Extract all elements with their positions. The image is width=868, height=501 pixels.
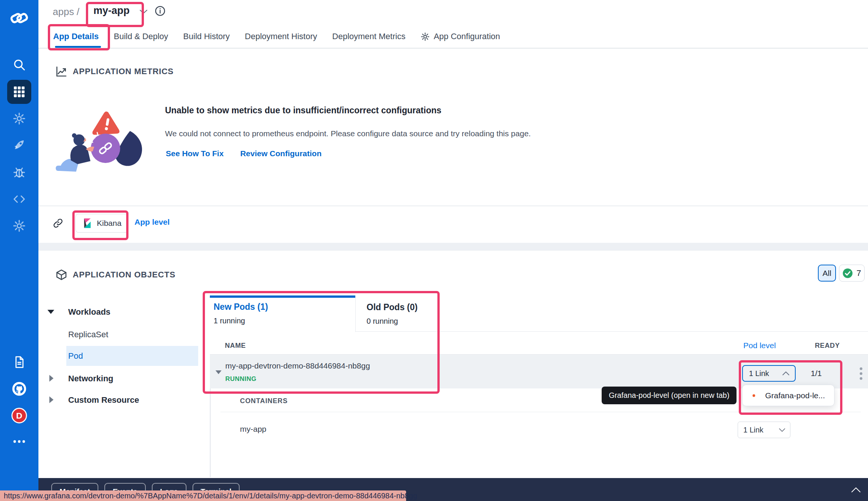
tab-label: Deployment Metrics bbox=[332, 32, 405, 41]
chevron-down-icon bbox=[779, 428, 785, 432]
tab-app-configuration[interactable]: App Configuration bbox=[420, 32, 500, 41]
column-header-ready: READY bbox=[815, 342, 840, 350]
cube-icon bbox=[55, 269, 67, 281]
tree-item-workloads[interactable]: Workloads bbox=[68, 307, 110, 317]
column-header-name: NAME bbox=[225, 342, 246, 350]
containers-divider bbox=[220, 412, 861, 412]
workloads-expander-icon[interactable] bbox=[47, 310, 54, 314]
app-info-icon[interactable] bbox=[154, 5, 166, 17]
app-level-link[interactable]: App level bbox=[134, 218, 170, 227]
metrics-error-title: Unable to show metrics due to insufficie… bbox=[165, 105, 442, 116]
new-pods-sub: 1 running bbox=[214, 317, 245, 325]
application-metrics-header: APPLICATION METRICS bbox=[55, 65, 174, 78]
metrics-error-illustration bbox=[53, 108, 148, 173]
tab-label: Build History bbox=[183, 32, 229, 41]
github-icon[interactable] bbox=[7, 377, 31, 401]
tab-deployment-metrics[interactable]: Deployment Metrics bbox=[332, 32, 405, 41]
old-pods-label: Old Pods (0) bbox=[367, 302, 417, 312]
grafana-icon bbox=[748, 390, 760, 402]
tree-item-networking[interactable]: Networking bbox=[68, 374, 113, 384]
pod-level-header-link[interactable]: Pod level bbox=[743, 341, 776, 350]
header-divider bbox=[38, 48, 868, 49]
applications-grid-icon[interactable] bbox=[7, 80, 31, 104]
global-settings-icon[interactable] bbox=[7, 214, 31, 238]
pod-row-menu-icon[interactable] bbox=[860, 367, 862, 380]
new-pods-label: New Pods (1) bbox=[214, 302, 268, 312]
metrics-error-actions: See How To Fix Review Configuration bbox=[166, 149, 322, 158]
tab-label: App Configuration bbox=[434, 32, 500, 41]
kibana-link-chip[interactable]: Kibana bbox=[75, 214, 128, 233]
grafana-link-label: Grafana-pod-le... bbox=[765, 391, 825, 400]
status-url-bar: https://www.grafana.com/devtron-demo/%7B… bbox=[0, 490, 406, 501]
container-links-label: 1 Link bbox=[743, 426, 763, 434]
review-configuration-link[interactable]: Review Configuration bbox=[240, 149, 322, 158]
code-icon[interactable] bbox=[7, 187, 31, 211]
pods-tabbar-border bbox=[356, 331, 868, 332]
breadcrumb-app-name[interactable]: my-app bbox=[93, 5, 130, 17]
pod-row-expander-icon[interactable] bbox=[215, 370, 222, 374]
tree-item-replicaset[interactable]: ReplicaSet bbox=[68, 330, 108, 340]
tab-label: Deployment History bbox=[245, 32, 317, 41]
pod-level-link-dropdown-item[interactable]: Grafana-pod-le... bbox=[742, 385, 834, 406]
section-separator-band bbox=[38, 243, 868, 251]
avatar-letter: D bbox=[16, 411, 22, 420]
healthy-count: 7 bbox=[856, 268, 861, 278]
container-links-select[interactable]: 1 Link bbox=[738, 422, 790, 438]
devtron-logo-icon bbox=[9, 8, 29, 28]
tooltip-text: Grafana-pod-level (open in new tab) bbox=[609, 391, 729, 400]
tab-label: App Details bbox=[53, 32, 99, 41]
metrics-error-description: We could not connect to prometheus endpo… bbox=[165, 129, 531, 138]
kibana-logo-icon bbox=[83, 218, 92, 229]
container-name[interactable]: my-app bbox=[240, 425, 266, 434]
sidebar: D bbox=[0, 0, 38, 501]
bug-report-icon[interactable] bbox=[7, 160, 31, 184]
drawer-expand-chevron-up-icon[interactable] bbox=[848, 483, 864, 496]
pod-level-links-label: 1 Link bbox=[749, 369, 769, 378]
more-options-icon[interactable] bbox=[7, 429, 31, 454]
pod-level-links-button[interactable]: 1 Link bbox=[742, 365, 796, 382]
tree-item-custom-resource[interactable]: Custom Resource bbox=[68, 395, 139, 405]
see-how-to-fix-link[interactable]: See How To Fix bbox=[166, 149, 224, 158]
status-url-text: https://www.grafana.com/devtron-demo/%7B… bbox=[4, 492, 417, 500]
section-title: APPLICATION METRICS bbox=[73, 67, 174, 76]
external-link-icon bbox=[53, 218, 63, 228]
search-icon[interactable] bbox=[7, 53, 31, 77]
user-avatar[interactable]: D bbox=[7, 404, 31, 428]
filter-healthy-chip[interactable]: 7 bbox=[839, 265, 865, 282]
breadcrumb-section[interactable]: apps / bbox=[53, 6, 79, 18]
section-divider bbox=[38, 206, 868, 206]
devtron-logo[interactable] bbox=[7, 6, 31, 30]
active-pods-tab-bar bbox=[210, 295, 355, 298]
section-title: APPLICATION OBJECTS bbox=[73, 270, 176, 280]
stack-manager-icon[interactable] bbox=[7, 107, 31, 131]
app-switcher-chevron-down-icon[interactable] bbox=[139, 9, 148, 15]
healthy-check-icon bbox=[842, 268, 853, 279]
tree-item-pod[interactable]: Pod bbox=[68, 351, 83, 361]
tab-build-deploy[interactable]: Build & Deploy bbox=[114, 32, 168, 41]
tab-old-pods[interactable]: Old Pods (0) 0 running bbox=[356, 295, 432, 332]
deploy-rocket-icon[interactable] bbox=[7, 133, 31, 157]
app-tabs: App Details Build & Deploy Build History… bbox=[53, 26, 500, 47]
containers-indent-line bbox=[210, 388, 211, 477]
gear-icon bbox=[420, 32, 430, 41]
tree-item-pod-selected-bg[interactable] bbox=[66, 346, 198, 366]
custom-resource-expander-icon[interactable] bbox=[49, 396, 53, 403]
pod-name[interactable]: my-app-devtron-demo-88d446984-nb8gg bbox=[225, 361, 370, 370]
chevron-up-icon bbox=[782, 371, 790, 376]
pod-status-badge: RUNNING bbox=[225, 375, 257, 383]
old-pods-sub: 0 running bbox=[367, 317, 398, 326]
pod-ready-count: 1/1 bbox=[811, 369, 822, 378]
tab-new-pods[interactable]: New Pods (1) 1 running bbox=[210, 295, 356, 332]
tab-deployment-history[interactable]: Deployment History bbox=[245, 32, 317, 41]
filter-all-label: All bbox=[822, 269, 831, 278]
containers-section-title: CONTAINERS bbox=[240, 397, 288, 405]
tab-app-details[interactable]: App Details bbox=[53, 32, 99, 41]
documentation-icon[interactable] bbox=[7, 350, 31, 374]
networking-expander-icon[interactable] bbox=[49, 375, 53, 382]
filter-all-chip[interactable]: All bbox=[818, 265, 836, 282]
tab-build-history[interactable]: Build History bbox=[183, 32, 229, 41]
tab-label: Build & Deploy bbox=[114, 32, 168, 41]
kibana-chip-label: Kibana bbox=[97, 219, 121, 228]
application-objects-header: APPLICATION OBJECTS bbox=[55, 269, 176, 281]
grafana-link-tooltip: Grafana-pod-level (open in new tab) bbox=[602, 387, 737, 404]
